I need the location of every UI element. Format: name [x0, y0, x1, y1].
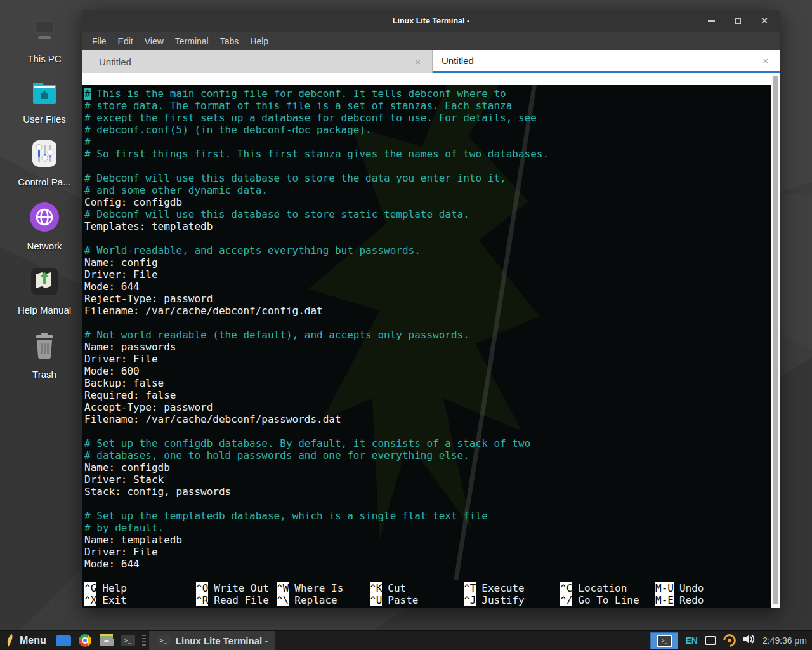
shortcut-label: Undo	[679, 582, 704, 594]
shortcut-key: ^/	[560, 594, 572, 606]
keyboard-layout-indicator[interactable]: EN	[685, 635, 697, 646]
nano-shortcut: ^/Go To Line	[560, 594, 655, 606]
desktop-icon-help-manual[interactable]: Help Manual	[6, 265, 82, 315]
scrollbar-thumb[interactable]	[773, 76, 778, 604]
editor-line: # This is the main config file for debco…	[84, 88, 771, 100]
nano-shortcut: ^TExecute	[464, 582, 560, 594]
file-manager-launcher[interactable]	[55, 632, 72, 649]
tab-label: Untitled	[442, 55, 474, 66]
pager-window-icon: >_	[657, 635, 672, 647]
editor-line: Name: configdb	[84, 461, 771, 474]
nano-editor[interactable]: # This is the main config file for debco…	[82, 85, 771, 580]
menu-terminal[interactable]: Terminal	[169, 36, 214, 46]
desktop-icon-label: Trash	[32, 369, 56, 380]
workspace-pager[interactable]: >_	[650, 632, 678, 649]
editor-line: #	[84, 136, 771, 148]
volume-icon[interactable]	[743, 633, 756, 647]
editor-line: # Set up the templatedb database, which …	[84, 510, 771, 522]
shortcut-label: Redo	[679, 594, 704, 606]
window-button-label: Linux Lite Terminal -	[176, 635, 268, 646]
nano-shortcut: M-ERedo	[655, 594, 771, 606]
menu-help[interactable]: Help	[244, 36, 274, 46]
tab-close-icon[interactable]: ×	[763, 55, 768, 66]
shortcut-key: ^W	[277, 582, 289, 594]
editor-line: Driver: Stack	[84, 474, 771, 486]
terminal-view[interactable]: GNU nano 7.2 /etc/debconf.conf # This is…	[82, 73, 780, 608]
nano-shortcut: ^UPaste	[370, 594, 464, 606]
shortcut-key: ^T	[464, 582, 476, 594]
shortcut-key: ^J	[464, 594, 476, 606]
taskbar-left: Menu >_ >_ Linux Lite Terminal -	[0, 631, 275, 650]
nano-shortcut: ^CLocation	[560, 582, 655, 594]
tasklist-separator	[142, 635, 146, 646]
window-titlebar[interactable]: Linux Lite Terminal - ×	[82, 10, 780, 32]
menu-edit[interactable]: Edit	[112, 36, 139, 46]
shortcut-label: Go To Line	[578, 594, 639, 606]
update-manager-icon[interactable]	[721, 632, 738, 649]
chrome-launcher[interactable]	[76, 632, 94, 649]
maximize-button[interactable]	[733, 16, 743, 26]
shortcut-label: Replace	[294, 594, 337, 606]
editor-line: # Set up the configdb database. By defau…	[84, 437, 771, 449]
editor-line: Filename: /var/cache/debconf/config.dat	[84, 305, 771, 317]
shortcut-key: ^X	[84, 594, 96, 606]
nano-shortcut: M-UUndo	[655, 582, 771, 594]
tab-untitled-2[interactable]: Untitled ×	[433, 50, 780, 73]
minimize-button[interactable]	[706, 16, 716, 26]
desktop-icon-label: Help Manual	[18, 305, 71, 315]
terminal-icon: >_	[121, 635, 135, 646]
editor-line: Driver: File	[84, 269, 771, 281]
shortcut-label: Paste	[388, 594, 418, 606]
close-button[interactable]: ×	[759, 16, 769, 26]
this-pc-icon	[28, 18, 61, 48]
shortcut-label: Help	[102, 582, 127, 594]
desktop-icon-network[interactable]: Network	[6, 201, 82, 251]
shortcut-key: ^O	[196, 582, 208, 594]
archive-launcher[interactable]	[98, 632, 115, 649]
minimize-icon	[708, 20, 715, 22]
desktop-icon-control-panel[interactable]: Control Pa...	[6, 138, 82, 187]
editor-line: # World-readable, and accepts everything…	[84, 244, 771, 256]
shortcut-key: ^G	[84, 582, 96, 594]
nano-shortcut-bar: ^GHelp^XExit^OWrite Out^RRead File^WWher…	[84, 580, 771, 606]
tab-close-icon[interactable]: ×	[415, 56, 421, 67]
editor-line: # databases, one to hold passwords and o…	[84, 449, 771, 461]
shortcut-label: Location	[578, 582, 627, 594]
desktop-icon-trash[interactable]: Trash	[6, 329, 82, 380]
editor-line: # and some other dynamic data.	[84, 184, 771, 196]
nano-shortcut: ^RRead File	[196, 594, 277, 606]
editor-line	[84, 317, 771, 329]
editor-line: Filename: /var/cache/debconf/passwords.d…	[84, 413, 771, 425]
shortcut-key: ^R	[196, 594, 208, 606]
desktop-icon-this-pc[interactable]: This PC	[6, 18, 82, 64]
menu-button[interactable]: Menu	[20, 635, 46, 646]
editor-line: Name: templatedb	[84, 534, 771, 546]
editor-line: Stack: config, passwords	[84, 486, 771, 498]
nano-shortcut: ^WWhere Is	[277, 582, 370, 594]
editor-line: Accept-Type: password	[84, 401, 771, 413]
editor-line: Config: configdb	[84, 196, 771, 208]
terminal-icon: >_	[157, 635, 171, 646]
clock: 2:49:36 pm	[763, 635, 807, 646]
editor-line	[84, 160, 771, 172]
terminal-scrollbar[interactable]	[771, 73, 780, 608]
user-files-icon	[28, 78, 61, 109]
editor-line: Mode: 644	[84, 281, 771, 293]
tab-untitled-1[interactable]: Untitled ×	[82, 50, 433, 73]
shortcut-label: Justify	[481, 594, 524, 606]
menu-file[interactable]: File	[86, 36, 112, 46]
editor-line: Driver: File	[84, 546, 771, 558]
shortcut-key: ^C	[560, 582, 572, 594]
menu-tabs[interactable]: Tabs	[214, 36, 245, 46]
tasklist-window-button[interactable]: >_ Linux Lite Terminal -	[149, 631, 276, 650]
display-tray-icon[interactable]	[705, 636, 716, 645]
editor-line: # store data. The format of this file is…	[84, 100, 771, 112]
menu-view[interactable]: View	[139, 36, 169, 46]
linux-lite-logo-icon[interactable]	[6, 633, 16, 647]
desktop-icon-label: Network	[27, 241, 62, 251]
editor-line	[84, 425, 771, 437]
desktop-icon-user-files[interactable]: User Files	[6, 78, 82, 124]
terminal-window: Linux Lite Terminal - × File Edit View T…	[82, 10, 780, 608]
nano-shortcut: ^OWrite Out	[196, 582, 277, 594]
terminal-launcher[interactable]: >_	[119, 632, 137, 649]
